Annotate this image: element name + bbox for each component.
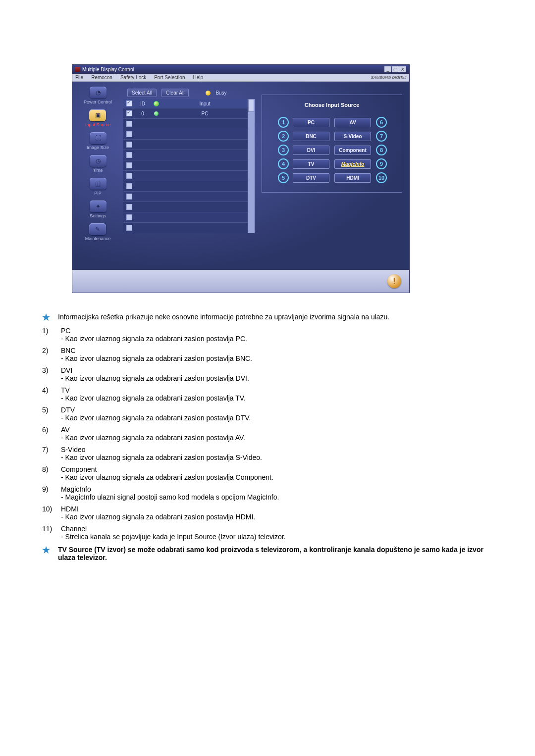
source-button-hdmi[interactable]: HDMI <box>334 173 371 183</box>
table-row[interactable] <box>123 223 248 233</box>
clear-all-button[interactable]: Clear All <box>161 89 189 97</box>
list-item: 2)BNC- Kao izvor ulaznog signala za odab… <box>42 345 493 364</box>
list-item: 9)MagicInfo- MagicInfo ulazni signal pos… <box>42 483 493 503</box>
table-row[interactable] <box>123 140 248 150</box>
scrollbar[interactable] <box>248 99 255 233</box>
grid-header-input: Input <box>162 101 248 106</box>
scroll-thumb[interactable] <box>248 99 254 112</box>
window-title: Multiple Display Control <box>82 67 134 72</box>
source-button-tv[interactable]: TV <box>293 159 329 169</box>
row-checkbox[interactable] <box>126 162 132 168</box>
menu-safety-lock[interactable]: Safety Lock <box>120 75 146 80</box>
table-row[interactable] <box>123 171 248 181</box>
source-button-dtv[interactable]: DTV <box>293 173 329 183</box>
sidebar-item-power-control[interactable]: ◔ Power Control <box>84 87 112 104</box>
right-panel: Choose Input Source 1PCAV62BNCS-Video73D… <box>255 82 409 270</box>
row-checkbox[interactable] <box>126 204 132 210</box>
settings-icon: ✦ <box>90 201 107 212</box>
list-item: 1)PC- Kao izvor ulaznog signala za odabr… <box>42 325 493 345</box>
source-button-bnc[interactable]: BNC <box>293 132 329 141</box>
callout-5: 5 <box>278 172 289 183</box>
sidebar-item-label: Power Control <box>84 100 112 104</box>
list-item: 11)Channel- Strelica kanala se pojavljuj… <box>42 523 493 543</box>
row-checkbox[interactable] <box>126 194 132 200</box>
row-checkbox[interactable] <box>126 131 132 137</box>
status-header-icon <box>154 101 159 106</box>
maximize-button[interactable]: ▢ <box>392 66 399 72</box>
busy-icon <box>206 91 211 96</box>
item-title: Channel <box>61 525 493 533</box>
table-row[interactable] <box>123 129 248 140</box>
table-row[interactable] <box>123 181 248 192</box>
bold-note: TV Source (TV izvor) se može odabrati sa… <box>58 546 493 561</box>
status-ok-icon <box>154 111 159 116</box>
item-number: 10) <box>42 505 56 513</box>
app-icon <box>75 67 80 72</box>
item-title: AV <box>61 426 493 434</box>
item-title: Component <box>61 465 493 473</box>
star-icon: ★ <box>42 546 52 554</box>
sidebar-item-label: Time <box>93 168 103 173</box>
menu-remocon[interactable]: Remocon <box>91 75 112 80</box>
sidebar-item-image-size[interactable]: ⛶ Image Size <box>87 132 109 150</box>
sidebar-item-maintenance[interactable]: ✎ Maintenance <box>85 223 111 241</box>
row-checkbox[interactable] <box>126 173 132 179</box>
sidebar-item-input-source[interactable]: ▣ Input Source <box>85 109 110 127</box>
source-button-component[interactable]: Component <box>334 146 371 155</box>
sidebar-item-label: Image Size <box>87 145 109 150</box>
item-description: - Kao izvor ulaznog signala za odabrani … <box>61 354 493 362</box>
item-number: 6) <box>42 426 56 434</box>
row-checkbox[interactable] <box>126 152 132 158</box>
item-description: - Kao izvor ulaznog signala za odabrani … <box>61 394 493 402</box>
menu-file[interactable]: File <box>75 75 83 80</box>
list-item: 4)TV- Kao izvor ulaznog signala za odabr… <box>42 384 493 404</box>
item-description: - Kao izvor ulaznog signala za odabrani … <box>61 335 493 343</box>
row-checkbox[interactable] <box>126 225 132 231</box>
row-checkbox[interactable] <box>126 110 132 116</box>
item-title: DVI <box>61 366 493 374</box>
row-checkbox[interactable] <box>126 214 132 220</box>
item-title: DTV <box>61 406 493 414</box>
item-description: - Kao izvor ulaznog signala za odabrani … <box>61 414 493 422</box>
row-checkbox[interactable] <box>126 142 132 148</box>
table-row[interactable] <box>123 212 248 223</box>
select-all-button[interactable]: Select All <box>127 89 157 97</box>
menu-help[interactable]: Help <box>193 75 203 80</box>
menu-port-selection[interactable]: Port Selection <box>154 75 185 80</box>
star-icon: ★ <box>42 313 52 322</box>
list-item: 3)DVI- Kao izvor ulaznog signala za odab… <box>42 364 493 384</box>
callout-6: 6 <box>376 117 387 128</box>
table-row[interactable] <box>123 150 248 160</box>
close-button[interactable]: X <box>399 66 406 72</box>
list-item: 8)Component- Kao izvor ulaznog signala z… <box>42 463 493 483</box>
intro-note: Informacijska rešetka prikazuje neke osn… <box>58 313 389 321</box>
row-checkbox[interactable] <box>126 183 132 189</box>
source-button-magicinfo[interactable]: MagicInfo <box>334 159 371 169</box>
row-checkbox[interactable] <box>126 121 132 127</box>
sidebar-item-settings[interactable]: ✦ Settings <box>90 201 107 218</box>
list-item: 10)HDMI- Kao izvor ulaznog signala za od… <box>42 503 493 523</box>
source-button-dvi[interactable]: DVI <box>293 146 329 155</box>
source-button-av[interactable]: AV <box>334 118 371 127</box>
header-checkbox-icon[interactable] <box>126 101 132 106</box>
source-button-s-video[interactable]: S-Video <box>334 132 371 141</box>
table-row[interactable]: 0PC <box>123 108 248 119</box>
sidebar-item-label: PIP <box>94 191 102 196</box>
sidebar-item-time[interactable]: ◷ Time <box>90 155 107 173</box>
table-row[interactable] <box>123 202 248 212</box>
table-row[interactable] <box>123 160 248 171</box>
item-description: - Kao izvor ulaznog signala za odabrani … <box>61 454 493 461</box>
alert-icon: ! <box>387 274 401 288</box>
sidebar-item-pip[interactable]: ◫ PIP <box>90 178 107 196</box>
item-title: PC <box>61 327 493 335</box>
table-row[interactable] <box>123 192 248 202</box>
table-row[interactable] <box>123 119 248 129</box>
minimize-button[interactable]: _ <box>384 66 391 72</box>
input-source-title: Choose Input Source <box>267 102 397 108</box>
row-id: 0 <box>135 111 150 116</box>
callout-2: 2 <box>278 131 289 142</box>
titlebar: Multiple Display Control _ ▢ X <box>72 65 409 74</box>
item-number: 5) <box>42 406 56 414</box>
item-description: - Kao izvor ulaznog signala za odabrani … <box>61 473 493 481</box>
source-button-pc[interactable]: PC <box>293 118 329 127</box>
